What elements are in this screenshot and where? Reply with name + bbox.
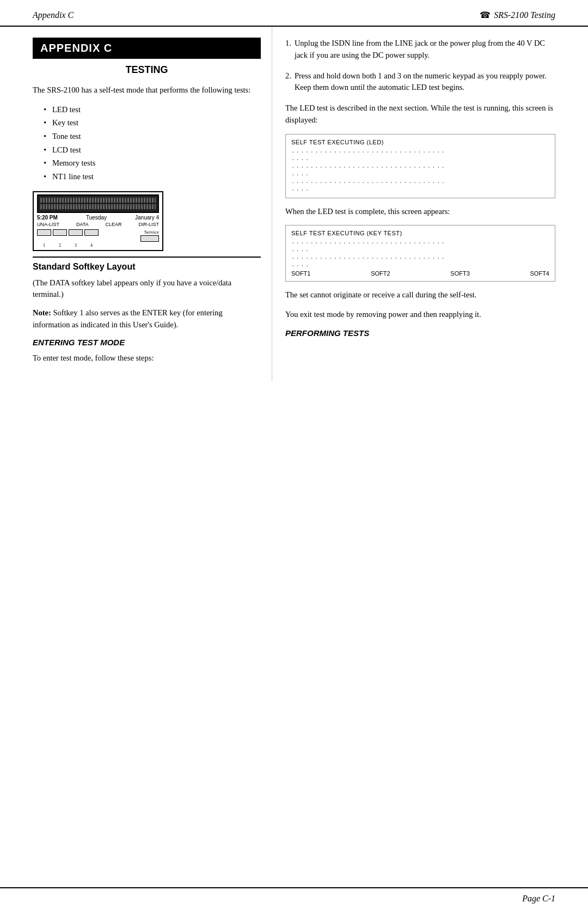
exit-text: You exit test mode by removing power and… xyxy=(285,309,555,321)
list-item: LCD test xyxy=(44,143,261,157)
softkey-btn-1 xyxy=(37,229,51,236)
device-info-row: 5:20 PM Tuesday January 4 xyxy=(37,215,159,221)
bullet-list: LED test Key test Tone test LCD test Mem… xyxy=(44,103,261,184)
key-num-2: 2 xyxy=(53,243,67,248)
screen1-row1: ................................. xyxy=(291,148,549,154)
note-text-content: Softkey 1 also serves as the ENTER key (… xyxy=(33,308,223,329)
screen2-title: SELF TEST EXECUTING (KEY TEST) xyxy=(291,230,549,236)
page-number: Page C-1 xyxy=(522,894,555,904)
key-data: DATA xyxy=(76,222,89,227)
key-num-3: 3 xyxy=(69,243,83,248)
softkey-buttons xyxy=(37,229,99,236)
list-item: LED test xyxy=(44,103,261,117)
page-footer: Page C-1 xyxy=(0,887,588,909)
step-1-text: Unplug the ISDN line from the LINE jack … xyxy=(295,38,555,62)
appendix-heading: APPENDIX C xyxy=(33,38,261,59)
softkey-btn-4 xyxy=(84,229,99,236)
entering-text: To enter test mode, follow these steps: xyxy=(33,352,261,364)
softkey-btn-3 xyxy=(69,229,83,236)
list-item: Tone test xyxy=(44,130,261,143)
note-bold-label: Note: xyxy=(33,308,51,317)
key-num-4: 4 xyxy=(84,243,99,248)
screen1-row3: ................................. xyxy=(291,163,549,169)
softkey-note: (The DATA softkey label appears only if … xyxy=(33,277,261,301)
right-column: 1. Unplug the ISDN line from the LINE ja… xyxy=(272,27,566,381)
screen2-row4: .... xyxy=(291,261,549,268)
softkey-label-3: SOFT3 xyxy=(450,270,469,277)
lcd-display xyxy=(37,194,159,213)
intro-text: The SRS-2100 has a self-test mode that p… xyxy=(33,84,261,96)
device-date: January 4 xyxy=(135,215,159,221)
step-2: 2. Press and hold down both 1 and 3 on t… xyxy=(285,70,555,94)
screen1-row5: ................................. xyxy=(291,178,549,185)
screen-box-2: SELF TEST EXECUTING (KEY TEST) .........… xyxy=(285,225,555,282)
cannot-text: The set cannot originate or receive a ca… xyxy=(285,289,555,301)
lcd-bar-2 xyxy=(40,204,156,209)
step-1-num: 1. xyxy=(285,38,291,62)
softkey-heading: Standard Softkey Layout xyxy=(33,257,261,272)
device-time: 5:20 PM xyxy=(37,215,58,221)
led-desc: The LED test is described in the next se… xyxy=(285,102,555,126)
screen-box-1: SELF TEST EXECUTING (LED) ..............… xyxy=(285,134,555,198)
screen2-row1: ................................. xyxy=(291,239,549,245)
softkey-btn-2 xyxy=(53,229,67,236)
softkey-label-4: SOFT4 xyxy=(530,270,549,277)
list-item: NT1 line test xyxy=(44,170,261,184)
screen1-row2: .... xyxy=(291,155,549,162)
lcd-bar-1 xyxy=(40,198,156,203)
softkey-label-2: SOFT2 xyxy=(371,270,390,277)
testing-heading: TESTING xyxy=(33,64,261,76)
screen1-title: SELF TEST EXECUTING (LED) xyxy=(291,139,549,145)
led-complete-text: When the LED test is complete, this scre… xyxy=(285,206,555,218)
service-label: Service xyxy=(144,229,159,235)
key-una-list: UNA-LIST xyxy=(37,222,59,227)
phone-icon: ☎ xyxy=(480,10,491,20)
device-day: Tuesday xyxy=(86,215,107,221)
header-right: ☎ SRS-2100 Testing xyxy=(480,10,555,20)
softkey-label-1: SOFT1 xyxy=(291,270,310,277)
device-keys-row: UNA-LIST DATA CLEAR DIR-LIST xyxy=(37,222,159,227)
list-item: Memory tests xyxy=(44,156,261,170)
screen2-row2: .... xyxy=(291,246,549,253)
screen1-row6: .... xyxy=(291,186,549,192)
step-2-text: Press and hold down both 1 and 3 on the … xyxy=(295,70,555,94)
step-1: 1. Unplug the ISDN line from the LINE ja… xyxy=(285,38,555,62)
service-btn xyxy=(140,235,159,242)
device-illustration: 5:20 PM Tuesday January 4 UNA-LIST DATA … xyxy=(33,191,163,251)
key-dir-list: DIR-LIST xyxy=(138,222,159,227)
list-item: Key test xyxy=(44,116,261,130)
screen2-row3: ................................. xyxy=(291,254,549,260)
performing-tests-heading: PERFORMING TESTS xyxy=(285,328,555,338)
key-numbers: 1 2 3 4 xyxy=(37,243,159,248)
main-content: APPENDIX C TESTING The SRS-2100 has a se… xyxy=(0,27,588,381)
key-clear: CLEAR xyxy=(106,222,122,227)
header-right-text: SRS-2100 Testing xyxy=(494,10,555,20)
header-left: Appendix C xyxy=(33,10,74,20)
entering-test-mode-heading: ENTERING TEST MODE xyxy=(33,338,261,347)
key-num-1: 1 xyxy=(37,243,51,248)
note-paragraph: Note: Softkey 1 also serves as the ENTER… xyxy=(33,307,261,331)
step-2-num: 2. xyxy=(285,70,291,94)
left-column: APPENDIX C TESTING The SRS-2100 has a se… xyxy=(22,27,272,381)
screen1-row4: .... xyxy=(291,170,549,177)
page-header: Appendix C ☎ SRS-2100 Testing xyxy=(0,0,588,27)
screen2-softkeys: SOFT1 SOFT2 SOFT3 SOFT4 xyxy=(291,270,549,277)
